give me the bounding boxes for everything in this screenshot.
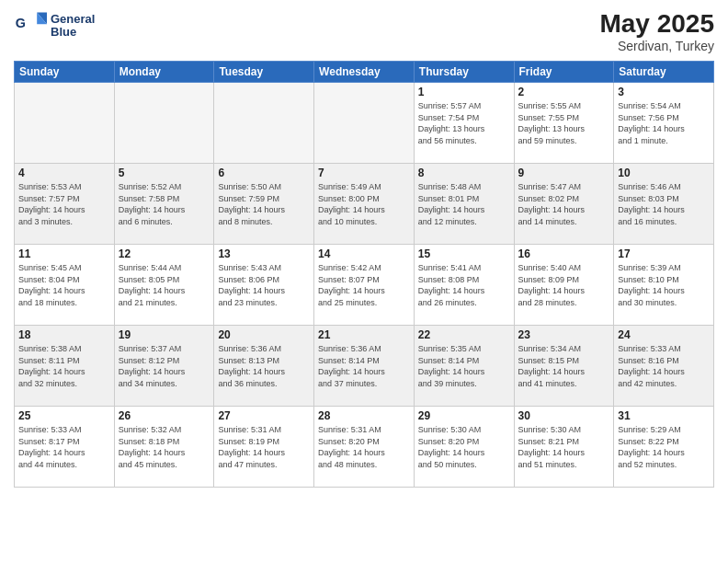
calendar: SundayMondayTuesdayWednesdayThursdayFrid…	[14, 61, 714, 488]
calendar-cell: 18Sunrise: 5:38 AM Sunset: 8:11 PM Dayli…	[15, 326, 115, 407]
day-number: 21	[318, 328, 410, 341]
logo: G General Blue	[14, 9, 95, 42]
day-info: Sunrise: 5:50 AM Sunset: 7:59 PM Dayligh…	[218, 181, 310, 227]
calendar-cell: 19Sunrise: 5:37 AM Sunset: 8:12 PM Dayli…	[114, 326, 214, 407]
day-number: 13	[218, 247, 310, 260]
day-info: Sunrise: 5:34 AM Sunset: 8:15 PM Dayligh…	[518, 343, 610, 389]
calendar-cell: 17Sunrise: 5:39 AM Sunset: 8:10 PM Dayli…	[614, 245, 714, 326]
day-number: 24	[618, 328, 710, 341]
calendar-cell: 7Sunrise: 5:49 AM Sunset: 8:00 PM Daylig…	[314, 164, 415, 245]
calendar-cell	[114, 83, 214, 164]
calendar-cell: 31Sunrise: 5:29 AM Sunset: 8:22 PM Dayli…	[614, 407, 714, 488]
day-info: Sunrise: 5:46 AM Sunset: 8:03 PM Dayligh…	[618, 181, 710, 227]
title-block: May 2025 Serdivan, Turkey	[599, 9, 714, 53]
day-info: Sunrise: 5:43 AM Sunset: 8:06 PM Dayligh…	[218, 262, 310, 308]
calendar-cell: 13Sunrise: 5:43 AM Sunset: 8:06 PM Dayli…	[214, 245, 314, 326]
day-info: Sunrise: 5:32 AM Sunset: 8:18 PM Dayligh…	[119, 424, 210, 470]
day-info: Sunrise: 5:33 AM Sunset: 8:17 PM Dayligh…	[18, 424, 110, 470]
day-info: Sunrise: 5:41 AM Sunset: 8:08 PM Dayligh…	[418, 262, 510, 308]
day-info: Sunrise: 5:35 AM Sunset: 8:14 PM Dayligh…	[418, 343, 510, 389]
day-info: Sunrise: 5:33 AM Sunset: 8:16 PM Dayligh…	[618, 343, 710, 389]
calendar-cell: 30Sunrise: 5:30 AM Sunset: 8:21 PM Dayli…	[514, 407, 614, 488]
day-info: Sunrise: 5:31 AM Sunset: 8:20 PM Dayligh…	[318, 424, 410, 470]
day-info: Sunrise: 5:48 AM Sunset: 8:01 PM Dayligh…	[418, 181, 510, 227]
day-info: Sunrise: 5:38 AM Sunset: 8:11 PM Dayligh…	[18, 343, 110, 389]
day-number: 15	[418, 247, 510, 260]
calendar-cell: 23Sunrise: 5:34 AM Sunset: 8:15 PM Dayli…	[514, 326, 614, 407]
week-row-5: 25Sunrise: 5:33 AM Sunset: 8:17 PM Dayli…	[15, 407, 714, 488]
day-info: Sunrise: 5:49 AM Sunset: 8:00 PM Dayligh…	[318, 181, 410, 227]
calendar-cell: 6Sunrise: 5:50 AM Sunset: 7:59 PM Daylig…	[214, 164, 314, 245]
day-number: 17	[618, 247, 710, 260]
calendar-cell: 29Sunrise: 5:30 AM Sunset: 8:20 PM Dayli…	[414, 407, 514, 488]
day-info: Sunrise: 5:44 AM Sunset: 8:05 PM Dayligh…	[119, 262, 210, 308]
logo-text: General Blue	[51, 13, 95, 40]
header: G General Blue May 2025 Serdivan, Turkey	[14, 9, 714, 53]
page: G General Blue May 2025 Serdivan, Turkey…	[0, 0, 728, 563]
day-number: 27	[218, 409, 310, 422]
week-row-4: 18Sunrise: 5:38 AM Sunset: 8:11 PM Dayli…	[15, 326, 714, 407]
day-info: Sunrise: 5:30 AM Sunset: 8:21 PM Dayligh…	[518, 424, 610, 470]
day-info: Sunrise: 5:36 AM Sunset: 8:13 PM Dayligh…	[218, 343, 310, 389]
day-number: 10	[618, 167, 710, 179]
calendar-cell: 28Sunrise: 5:31 AM Sunset: 8:20 PM Dayli…	[314, 407, 415, 488]
day-number: 29	[418, 409, 510, 422]
day-info: Sunrise: 5:57 AM Sunset: 7:54 PM Dayligh…	[418, 100, 510, 146]
day-number: 8	[418, 167, 510, 179]
day-number: 31	[618, 409, 710, 422]
day-number: 16	[518, 247, 610, 260]
calendar-cell: 11Sunrise: 5:45 AM Sunset: 8:04 PM Dayli…	[15, 245, 115, 326]
calendar-cell: 14Sunrise: 5:42 AM Sunset: 8:07 PM Dayli…	[314, 245, 415, 326]
day-info: Sunrise: 5:40 AM Sunset: 8:09 PM Dayligh…	[518, 262, 610, 308]
calendar-cell: 15Sunrise: 5:41 AM Sunset: 8:08 PM Dayli…	[414, 245, 514, 326]
day-number: 23	[518, 328, 610, 341]
calendar-cell: 24Sunrise: 5:33 AM Sunset: 8:16 PM Dayli…	[614, 326, 714, 407]
calendar-cell: 1Sunrise: 5:57 AM Sunset: 7:54 PM Daylig…	[414, 83, 514, 164]
day-info: Sunrise: 5:37 AM Sunset: 8:12 PM Dayligh…	[119, 343, 210, 389]
day-info: Sunrise: 5:39 AM Sunset: 8:10 PM Dayligh…	[618, 262, 710, 308]
day-info: Sunrise: 5:31 AM Sunset: 8:19 PM Dayligh…	[218, 424, 310, 470]
day-header-sunday: Sunday	[15, 62, 115, 83]
day-number: 4	[18, 167, 110, 179]
week-row-3: 11Sunrise: 5:45 AM Sunset: 8:04 PM Dayli…	[15, 245, 714, 326]
calendar-header-row: SundayMondayTuesdayWednesdayThursdayFrid…	[15, 62, 714, 83]
calendar-cell	[214, 83, 314, 164]
day-header-monday: Monday	[114, 62, 214, 83]
calendar-cell: 8Sunrise: 5:48 AM Sunset: 8:01 PM Daylig…	[414, 164, 514, 245]
calendar-cell: 5Sunrise: 5:52 AM Sunset: 7:58 PM Daylig…	[114, 164, 214, 245]
calendar-cell: 26Sunrise: 5:32 AM Sunset: 8:18 PM Dayli…	[114, 407, 214, 488]
calendar-cell: 22Sunrise: 5:35 AM Sunset: 8:14 PM Dayli…	[414, 326, 514, 407]
week-row-2: 4Sunrise: 5:53 AM Sunset: 7:57 PM Daylig…	[15, 164, 714, 245]
calendar-cell: 16Sunrise: 5:40 AM Sunset: 8:09 PM Dayli…	[514, 245, 614, 326]
day-number: 9	[518, 167, 610, 179]
calendar-cell: 12Sunrise: 5:44 AM Sunset: 8:05 PM Dayli…	[114, 245, 214, 326]
calendar-cell: 3Sunrise: 5:54 AM Sunset: 7:56 PM Daylig…	[614, 83, 714, 164]
calendar-cell	[314, 83, 415, 164]
day-number: 28	[318, 409, 410, 422]
day-number: 3	[618, 86, 710, 98]
calendar-cell: 21Sunrise: 5:36 AM Sunset: 8:14 PM Dayli…	[314, 326, 415, 407]
logo-line1: General	[51, 13, 95, 26]
day-header-thursday: Thursday	[414, 62, 514, 83]
day-number: 20	[218, 328, 310, 341]
calendar-cell: 20Sunrise: 5:36 AM Sunset: 8:13 PM Dayli…	[214, 326, 314, 407]
calendar-cell: 9Sunrise: 5:47 AM Sunset: 8:02 PM Daylig…	[514, 164, 614, 245]
day-header-friday: Friday	[514, 62, 614, 83]
day-number: 6	[218, 167, 310, 179]
calendar-cell: 27Sunrise: 5:31 AM Sunset: 8:19 PM Dayli…	[214, 407, 314, 488]
day-number: 18	[18, 328, 110, 341]
logo-line2: Blue	[51, 26, 95, 39]
day-number: 14	[318, 247, 410, 260]
svg-text:G: G	[16, 16, 26, 30]
location: Serdivan, Turkey	[599, 39, 714, 53]
day-number: 7	[318, 167, 410, 179]
day-info: Sunrise: 5:47 AM Sunset: 8:02 PM Dayligh…	[518, 181, 610, 227]
day-number: 26	[119, 409, 210, 422]
day-number: 25	[18, 409, 110, 422]
calendar-cell: 4Sunrise: 5:53 AM Sunset: 7:57 PM Daylig…	[15, 164, 115, 245]
week-row-1: 1Sunrise: 5:57 AM Sunset: 7:54 PM Daylig…	[15, 83, 714, 164]
day-info: Sunrise: 5:42 AM Sunset: 8:07 PM Dayligh…	[318, 262, 410, 308]
day-info: Sunrise: 5:45 AM Sunset: 8:04 PM Dayligh…	[18, 262, 110, 308]
day-number: 5	[119, 167, 210, 179]
month-year: May 2025	[599, 9, 714, 39]
